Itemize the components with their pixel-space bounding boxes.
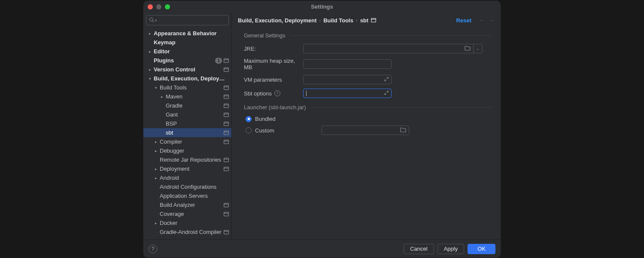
tree-item-build-analyzer[interactable]: ▸Build Analyzer xyxy=(143,200,231,209)
project-scope-icon xyxy=(224,68,229,72)
tree-item-maven[interactable]: ▸Maven xyxy=(143,92,231,101)
project-scope-icon xyxy=(224,122,229,126)
launcher-bundled-option[interactable]: Bundled xyxy=(244,116,493,122)
tree-item-label: Version Control xyxy=(154,66,224,73)
svg-rect-4 xyxy=(224,68,229,71)
svg-rect-18 xyxy=(224,140,229,144)
jre-field[interactable] xyxy=(303,44,473,53)
breadcrumb-item[interactable]: Build Tools xyxy=(323,17,353,24)
expand-icon[interactable] xyxy=(382,77,389,82)
project-scope-icon xyxy=(371,18,376,22)
project-scope-icon xyxy=(224,212,229,216)
project-scope-icon xyxy=(224,113,229,117)
tree-item-docker[interactable]: ▸Docker xyxy=(143,218,231,227)
project-scope-icon xyxy=(224,230,229,234)
tree-item-deployment[interactable]: ▸Deployment xyxy=(143,164,231,173)
folder-icon[interactable] xyxy=(400,127,406,134)
chevron-right-icon: ▸ xyxy=(148,31,152,36)
tree-item-debugger[interactable]: ▸Debugger xyxy=(143,146,231,155)
svg-rect-22 xyxy=(224,167,229,171)
search-input[interactable] xyxy=(158,17,226,23)
svg-rect-26 xyxy=(224,212,229,216)
expand-icon[interactable] xyxy=(382,91,389,96)
project-scope-icon xyxy=(224,158,229,162)
max-heap-input[interactable] xyxy=(303,59,392,69)
help-icon[interactable]: ? xyxy=(274,90,280,96)
tree-item-label: Deployment xyxy=(160,166,224,172)
window-minimize-button[interactable] xyxy=(156,4,161,9)
tree-item-plugins[interactable]: ▸Plugins1 xyxy=(143,56,231,65)
tree-item-label: Plugins xyxy=(154,57,215,64)
window-close-button[interactable] xyxy=(148,4,153,9)
radio-icon xyxy=(246,116,252,122)
tree-item-appearance-behavior[interactable]: ▸Appearance & Behavior xyxy=(143,29,231,38)
settings-window: Settings ▾ ▸Appearance & Behavior▸Keymap… xyxy=(143,1,501,258)
svg-rect-24 xyxy=(224,203,229,207)
help-button[interactable]: ? xyxy=(149,245,157,253)
cancel-button[interactable]: Cancel xyxy=(404,244,434,254)
tree-item-keymap[interactable]: ▸Keymap xyxy=(143,38,231,47)
tree-item-remote-jar-repositories[interactable]: ▸Remote Jar Repositories xyxy=(143,155,231,164)
launcher-custom-option[interactable]: Custom xyxy=(244,126,493,135)
apply-button[interactable]: Apply xyxy=(437,244,465,254)
tree-item-sbt[interactable]: ▸sbt xyxy=(143,128,231,137)
settings-tree[interactable]: ▸Appearance & Behavior▸Keymap▸Editor▸Plu… xyxy=(143,28,231,240)
section-general-settings: General Settings xyxy=(244,32,493,39)
chevron-right-icon: › xyxy=(319,18,321,23)
vm-params-label: VM parameters xyxy=(244,77,303,83)
tree-item-label: Keymap xyxy=(154,39,229,46)
chevron-right-icon: ▸ xyxy=(154,221,158,225)
window-maximize-button[interactable] xyxy=(165,4,170,9)
reset-button[interactable]: Reset xyxy=(456,17,471,24)
chevron-right-icon: ▸ xyxy=(148,68,152,72)
svg-rect-30 xyxy=(371,18,376,22)
tree-item-build-execution-deployment[interactable]: ▾Build, Execution, Deployment xyxy=(143,74,231,83)
radio-label: Custom xyxy=(255,127,274,134)
custom-launcher-path-input[interactable] xyxy=(322,126,409,135)
chevron-right-icon: ▸ xyxy=(154,140,158,144)
sbt-options-input[interactable] xyxy=(303,89,392,98)
svg-rect-8 xyxy=(224,95,229,98)
tree-item-label: sbt xyxy=(166,129,224,136)
tree-item-android-configurations[interactable]: ▸Android Configurations xyxy=(143,182,231,191)
tree-item-editor[interactable]: ▸Editor xyxy=(143,47,231,56)
chevron-right-icon: ▸ xyxy=(154,149,158,153)
tree-item-label: Gradle xyxy=(166,102,224,109)
chevron-right-icon: › xyxy=(356,18,358,23)
tree-item-label: Gant xyxy=(166,111,224,118)
tree-item-bsp[interactable]: ▸BSP xyxy=(143,119,231,128)
radio-icon xyxy=(246,127,252,133)
vm-parameters-input[interactable] xyxy=(303,75,392,84)
nav-back-icon[interactable]: ← xyxy=(479,17,485,24)
tree-item-gradle-android-compiler[interactable]: ▸Gradle-Android Compiler xyxy=(143,227,231,236)
chevron-down-icon: ▾ xyxy=(154,86,158,90)
svg-rect-16 xyxy=(224,131,229,135)
tree-item-compiler[interactable]: ▸Compiler xyxy=(143,137,231,146)
project-scope-icon xyxy=(224,203,229,207)
chevron-down-icon: ▾ xyxy=(155,18,157,22)
breadcrumb: Build, Execution, Deployment › Build Too… xyxy=(238,17,454,24)
tree-item-gant[interactable]: ▸Gant xyxy=(143,110,231,119)
tree-item-label: Maven xyxy=(166,93,224,100)
tree-item-application-servers[interactable]: ▸Application Servers xyxy=(143,191,231,200)
svg-rect-28 xyxy=(224,230,229,234)
project-scope-icon xyxy=(224,167,229,171)
chevron-right-icon: ▸ xyxy=(154,176,158,180)
project-scope-icon xyxy=(224,140,229,144)
breadcrumb-item[interactable]: Build, Execution, Deployment xyxy=(238,17,316,24)
update-count-badge: 1 xyxy=(215,58,222,64)
radio-label: Bundled xyxy=(255,116,276,122)
settings-search[interactable]: ▾ xyxy=(146,15,229,25)
ok-button[interactable]: OK xyxy=(468,244,495,254)
tree-item-android[interactable]: ▸Android xyxy=(143,173,231,182)
tree-item-version-control[interactable]: ▸Version Control xyxy=(143,65,231,74)
jre-dropdown-button[interactable]: ⌄ xyxy=(473,44,483,53)
tree-item-build-tools[interactable]: ▾Build Tools xyxy=(143,83,231,92)
svg-rect-10 xyxy=(224,104,229,108)
svg-rect-12 xyxy=(224,113,229,117)
tree-item-gradle[interactable]: ▸Gradle xyxy=(143,101,231,110)
svg-line-1 xyxy=(152,21,154,22)
nav-forward-icon[interactable]: → xyxy=(489,17,495,24)
settings-sidebar: ▾ ▸Appearance & Behavior▸Keymap▸Editor▸P… xyxy=(143,12,232,240)
tree-item-coverage[interactable]: ▸Coverage xyxy=(143,209,231,218)
